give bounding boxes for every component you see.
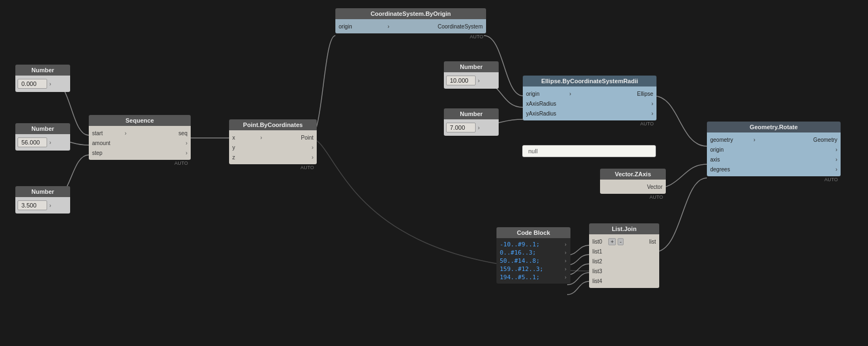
code-line-1: -10..#9..1; bbox=[500, 241, 540, 248]
vector-zaxis-node: Vector.ZAxis Vector AUTO bbox=[600, 169, 666, 200]
listjoin-list2-label: list2 bbox=[592, 258, 656, 264]
code-line-4: 159..#12..3; bbox=[500, 266, 543, 273]
listjoin-out-label: list bbox=[640, 239, 656, 245]
number-node-4-header: Number bbox=[444, 61, 499, 72]
seq-step-arrow: › bbox=[186, 150, 187, 156]
vector-auto: AUTO bbox=[600, 194, 666, 200]
number-2-out-arrow: › bbox=[49, 140, 51, 146]
georotate-node: Geometry.Rotate geometry › Geometry orig… bbox=[707, 122, 841, 183]
number-1-out-arrow: › bbox=[49, 81, 51, 87]
georotate-geom-arrow: › bbox=[753, 137, 755, 143]
point-z-arrow: › bbox=[312, 154, 313, 160]
listjoin-list4-label: list4 bbox=[592, 278, 656, 284]
ellipse-origin-label: origin bbox=[526, 91, 567, 97]
point-out-label: Point bbox=[288, 135, 313, 141]
null-node: null bbox=[522, 145, 656, 157]
listjoin-header: List.Join bbox=[589, 223, 659, 234]
sequence-node-header: Sequence bbox=[89, 115, 191, 126]
number-5-value[interactable]: 7.000 bbox=[446, 123, 476, 132]
number-node-5: Number 7.000 › bbox=[444, 108, 499, 136]
number-node-1: Number 0.000 › bbox=[15, 65, 70, 92]
number-node-1-header: Number bbox=[15, 65, 70, 76]
point-x-arrow: › bbox=[260, 135, 262, 141]
number-node-4: Number 10.000 › bbox=[444, 61, 499, 89]
number-5-out-arrow: › bbox=[478, 125, 479, 131]
georotate-auto: AUTO bbox=[707, 176, 841, 183]
code-out-5: › bbox=[564, 274, 567, 280]
seq-amount-arrow: › bbox=[186, 140, 187, 146]
listjoin-list0-label: list0 bbox=[592, 239, 608, 245]
listjoin-remove-btn[interactable]: - bbox=[618, 238, 624, 245]
georotate-geom-label: geometry bbox=[710, 137, 751, 143]
number-node-2: Number 56.000 › bbox=[15, 123, 70, 151]
georotate-out-label: Geometry bbox=[796, 137, 837, 143]
number-node-3: Number 3.500 › bbox=[15, 186, 70, 214]
number-3-out-arrow: › bbox=[49, 203, 51, 209]
listjoin-list1-label: list1 bbox=[592, 249, 656, 255]
ellipse-node-header: Ellipse.ByCoordinateSystemRadii bbox=[523, 76, 656, 86]
georotate-axis-arrow: › bbox=[836, 157, 837, 163]
code-out-1: › bbox=[564, 241, 567, 247]
number-2-value[interactable]: 56.000 bbox=[18, 137, 47, 147]
point-y-arrow: › bbox=[312, 145, 313, 151]
seq-start-arrow: › bbox=[125, 130, 127, 136]
point-z-label: z bbox=[232, 154, 310, 160]
coordsys-out-label: CoordinateSystem bbox=[436, 24, 483, 30]
point-node-header: Point.ByCoordinates bbox=[229, 119, 317, 130]
ellipse-yr-arrow: › bbox=[652, 111, 653, 117]
coordsys-auto: AUTO bbox=[335, 33, 486, 40]
code-out-2: › bbox=[564, 250, 567, 256]
seq-start-label: start bbox=[92, 130, 123, 136]
ellipse-origin-arrow: › bbox=[569, 91, 571, 97]
codeblock-header: Code Block bbox=[496, 227, 570, 238]
number-4-out-arrow: › bbox=[478, 78, 479, 84]
point-x-label: x bbox=[232, 135, 258, 141]
number-node-3-header: Number bbox=[15, 186, 70, 197]
ellipse-out-label: Ellipse bbox=[612, 91, 653, 97]
sequence-auto: AUTO bbox=[89, 160, 191, 166]
coordsys-origin-label: origin bbox=[339, 24, 385, 30]
code-out-3: › bbox=[564, 258, 567, 264]
ellipse-auto: AUTO bbox=[523, 120, 656, 127]
ellipse-node: Ellipse.ByCoordinateSystemRadii origin ›… bbox=[523, 76, 656, 127]
georotate-origin-arrow: › bbox=[836, 147, 837, 153]
code-line-2: 0..#16..3; bbox=[500, 249, 536, 256]
seq-amount-label: amount bbox=[92, 140, 184, 146]
coordsys-origin-arrow: › bbox=[387, 24, 389, 30]
number-3-value[interactable]: 3.500 bbox=[18, 200, 47, 210]
ellipse-yr-label: yAxisRadius bbox=[526, 111, 649, 117]
sequence-node: Sequence start › seq amount › step › AUT… bbox=[89, 115, 191, 166]
point-y-label: y bbox=[232, 145, 310, 151]
number-node-5-header: Number bbox=[444, 108, 499, 119]
vector-node-header: Vector.ZAxis bbox=[600, 169, 666, 180]
listjoin-list3-label: list3 bbox=[592, 268, 656, 274]
listjoin-add-btn[interactable]: + bbox=[608, 238, 616, 245]
vector-out-label: Vector bbox=[633, 184, 663, 190]
georotate-axis-label: axis bbox=[710, 157, 833, 163]
code-line-5: 194..#5..1; bbox=[500, 274, 540, 281]
code-line-3: 50..#14..8; bbox=[500, 257, 540, 264]
listjoin-node: List.Join list0 + - list list1 list2 lis… bbox=[589, 223, 659, 288]
point-auto: AUTO bbox=[229, 164, 317, 171]
number-node-2-header: Number bbox=[15, 123, 70, 134]
codeblock-node: Code Block -10..#9..1; › 0..#16..3; › 50… bbox=[496, 227, 570, 284]
ellipse-xr-label: xAxisRadius bbox=[526, 101, 649, 107]
seq-step-label: step bbox=[92, 150, 184, 156]
null-label: null bbox=[528, 148, 538, 154]
coordsys-node-header: CoordinateSystem.ByOrigin bbox=[335, 8, 486, 19]
georotate-degrees-arrow: › bbox=[836, 166, 837, 172]
ellipse-xr-arrow: › bbox=[652, 101, 653, 107]
georotate-degrees-label: degrees bbox=[710, 166, 833, 172]
point-bycoordinates-node: Point.ByCoordinates x › Point y › z › AU… bbox=[229, 119, 317, 171]
georotate-origin-label: origin bbox=[710, 147, 833, 153]
number-4-value[interactable]: 10.000 bbox=[446, 76, 476, 85]
number-1-value[interactable]: 0.000 bbox=[18, 79, 47, 89]
seq-out-label: seq bbox=[157, 130, 187, 136]
coordsys-node: CoordinateSystem.ByOrigin origin › Coord… bbox=[335, 8, 486, 40]
code-out-4: › bbox=[564, 266, 567, 272]
georotate-header: Geometry.Rotate bbox=[707, 122, 841, 132]
